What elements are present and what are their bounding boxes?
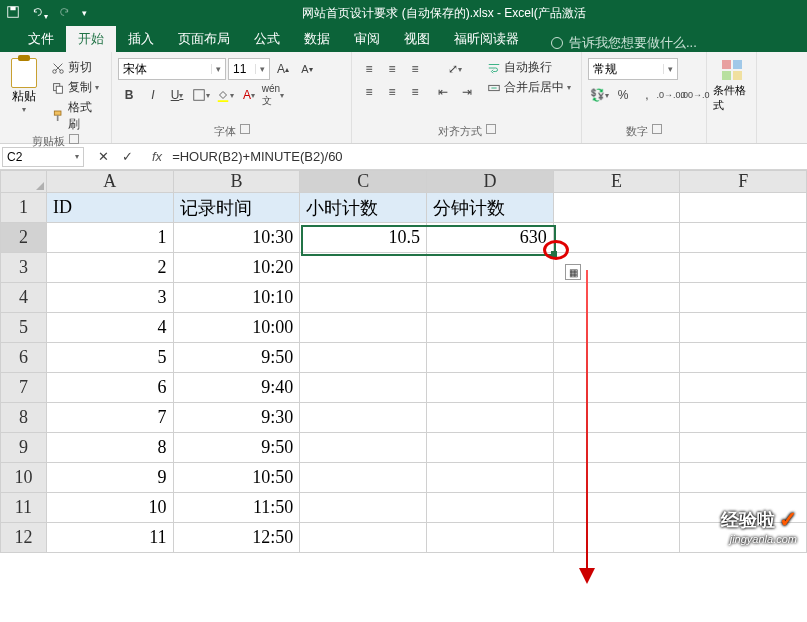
cell-b2[interactable]: 10:30 (173, 223, 300, 253)
cell-a6[interactable]: 5 (46, 343, 173, 373)
cell-d10[interactable] (427, 463, 554, 493)
cell-b5[interactable]: 10:00 (173, 313, 300, 343)
decrease-font-icon[interactable]: A▾ (296, 58, 318, 80)
cell-f6[interactable] (680, 343, 807, 373)
cell-b8[interactable]: 9:30 (173, 403, 300, 433)
col-header-b[interactable]: B (173, 171, 300, 193)
cell-c8[interactable] (300, 403, 427, 433)
row-header-9[interactable]: 9 (1, 433, 47, 463)
italic-button[interactable]: I (142, 84, 164, 106)
cell-f4[interactable] (680, 283, 807, 313)
cell-e4[interactable] (553, 283, 680, 313)
cell-e8[interactable] (553, 403, 680, 433)
accounting-format-icon[interactable]: 💱▾ (588, 84, 610, 106)
cell-c5[interactable] (300, 313, 427, 343)
underline-button[interactable]: U▾ (166, 84, 188, 106)
align-center-icon[interactable]: ≡ (381, 81, 403, 103)
cell-a11[interactable]: 10 (46, 493, 173, 523)
format-painter-button[interactable]: 格式刷 (48, 98, 105, 134)
cell-c9[interactable] (300, 433, 427, 463)
cell-d7[interactable] (427, 373, 554, 403)
row-header-5[interactable]: 5 (1, 313, 47, 343)
font-color-button[interactable]: A▾ (238, 84, 260, 106)
cell-d6[interactable] (427, 343, 554, 373)
cut-button[interactable]: 剪切 (48, 58, 95, 77)
col-header-f[interactable]: F (680, 171, 807, 193)
tab-home[interactable]: 开始 (66, 26, 116, 52)
cell-b1[interactable]: 记录时间 (173, 193, 300, 223)
row-header-2[interactable]: 2 (1, 223, 47, 253)
percent-format-icon[interactable]: % (612, 84, 634, 106)
tell-me[interactable]: 告诉我您想要做什么... (551, 34, 697, 52)
cell-a8[interactable]: 7 (46, 403, 173, 433)
align-launcher[interactable] (486, 124, 496, 134)
cell-d2[interactable]: 630 (427, 223, 554, 253)
col-header-c[interactable]: C (300, 171, 427, 193)
col-header-d[interactable]: D (427, 171, 554, 193)
comma-format-icon[interactable]: , (636, 84, 658, 106)
cell-a7[interactable]: 6 (46, 373, 173, 403)
bold-button[interactable]: B (118, 84, 140, 106)
cell-c4[interactable] (300, 283, 427, 313)
increase-decimal-icon[interactable]: .0→.00 (660, 84, 682, 106)
tab-insert[interactable]: 插入 (116, 26, 166, 52)
name-box-input[interactable] (7, 150, 75, 164)
cell-f8[interactable] (680, 403, 807, 433)
cell-c6[interactable] (300, 343, 427, 373)
row-header-12[interactable]: 12 (1, 523, 47, 553)
col-header-a[interactable]: A (46, 171, 173, 193)
copy-button[interactable]: 复制▾ (48, 78, 102, 97)
cell-d5[interactable] (427, 313, 554, 343)
row-header-3[interactable]: 3 (1, 253, 47, 283)
select-all-corner[interactable] (1, 171, 47, 193)
cell-b9[interactable]: 9:50 (173, 433, 300, 463)
cell-c7[interactable] (300, 373, 427, 403)
cell-d8[interactable] (427, 403, 554, 433)
cell-b3[interactable]: 10:20 (173, 253, 300, 283)
wrap-text-button[interactable]: 自动换行 (484, 58, 555, 77)
cell-f3[interactable] (680, 253, 807, 283)
cell-c12[interactable] (300, 523, 427, 553)
align-middle-icon[interactable]: ≡ (381, 58, 403, 80)
save-icon[interactable] (6, 5, 20, 22)
number-format-select[interactable]: 常规▾ (588, 58, 678, 80)
increase-font-icon[interactable]: A▴ (272, 58, 294, 80)
conditional-format-button[interactable]: 条件格式 (713, 58, 750, 113)
cell-d11[interactable] (427, 493, 554, 523)
cell-d3[interactable] (427, 253, 554, 283)
tab-data[interactable]: 数据 (292, 26, 342, 52)
cell-a12[interactable]: 11 (46, 523, 173, 553)
cell-a1[interactable]: ID (46, 193, 173, 223)
cell-f5[interactable] (680, 313, 807, 343)
tab-formula[interactable]: 公式 (242, 26, 292, 52)
row-header-8[interactable]: 8 (1, 403, 47, 433)
fx-icon[interactable]: fx (146, 149, 168, 164)
cancel-formula-icon[interactable]: ✕ (92, 146, 114, 168)
align-bottom-icon[interactable]: ≡ (404, 58, 426, 80)
cell-b6[interactable]: 9:50 (173, 343, 300, 373)
cell-e11[interactable] (553, 493, 680, 523)
spreadsheet-grid[interactable]: A B C D E F 1 ID 记录时间 小时计数 分钟计数 2 110:30… (0, 170, 807, 553)
cell-e9[interactable] (553, 433, 680, 463)
cell-c2[interactable]: 10.5 (300, 223, 427, 253)
cell-a5[interactable]: 4 (46, 313, 173, 343)
redo-icon[interactable] (58, 5, 72, 22)
tab-review[interactable]: 审阅 (342, 26, 392, 52)
accept-formula-icon[interactable]: ✓ (116, 146, 138, 168)
increase-indent-icon[interactable]: ⇥ (456, 81, 478, 103)
cell-b11[interactable]: 11:50 (173, 493, 300, 523)
paste-button[interactable]: 粘贴 ▾ (6, 58, 42, 114)
autofill-options-icon[interactable]: ▦ (565, 264, 581, 280)
row-header-7[interactable]: 7 (1, 373, 47, 403)
cell-e7[interactable] (553, 373, 680, 403)
cell-b7[interactable]: 9:40 (173, 373, 300, 403)
decrease-indent-icon[interactable]: ⇤ (432, 81, 454, 103)
cell-c10[interactable] (300, 463, 427, 493)
tab-foxit[interactable]: 福昕阅读器 (442, 26, 531, 52)
name-box[interactable]: ▾ (2, 147, 84, 167)
cell-e2[interactable] (553, 223, 680, 253)
cell-a4[interactable]: 3 (46, 283, 173, 313)
cell-a10[interactable]: 9 (46, 463, 173, 493)
row-header-6[interactable]: 6 (1, 343, 47, 373)
align-left-icon[interactable]: ≡ (358, 81, 380, 103)
